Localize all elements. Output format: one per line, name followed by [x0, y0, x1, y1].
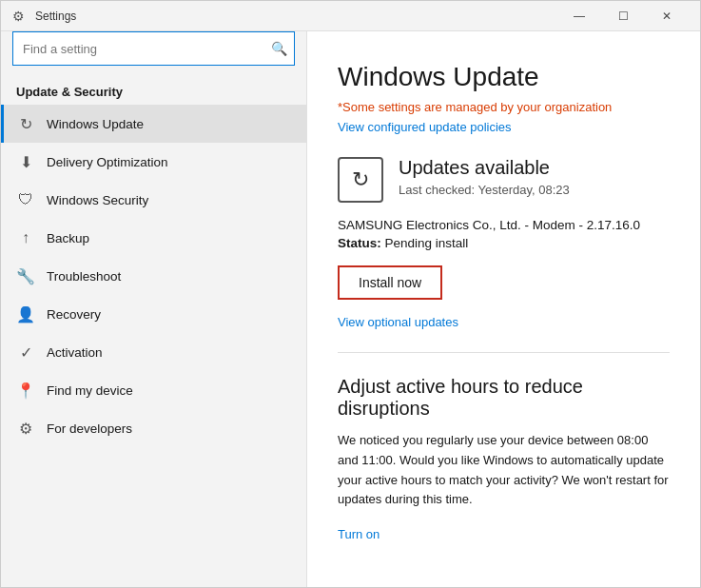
settings-window: ⚙ Settings — ☐ ✕ 🔍 Update & Security ↻ W… [0, 0, 701, 588]
sidebar-section-title: Update & Security [1, 77, 306, 105]
sidebar-item-label: Troubleshoot [47, 269, 121, 284]
minimize-button[interactable]: — [557, 1, 601, 31]
window-controls: — ☐ ✕ [557, 1, 689, 31]
sidebar-item-backup[interactable]: ↑ Backup [1, 219, 306, 257]
windows-security-icon: 🛡 [16, 190, 35, 209]
status-label: Status: [338, 236, 381, 250]
sidebar-item-label: Delivery Optimization [47, 155, 168, 169]
update-status: Status: Pending install [338, 236, 670, 250]
sidebar-item-activation[interactable]: ✓ Activation [1, 333, 306, 371]
sidebar-item-label: Activation [47, 345, 103, 360]
update-info: Updates available Last checked: Yesterda… [399, 157, 570, 197]
updates-available-title: Updates available [399, 157, 570, 179]
adjust-hours-title: Adjust active hours to reduce disruption… [338, 376, 670, 420]
status-value: Pending install [385, 236, 469, 250]
search-box[interactable]: 🔍 [12, 31, 295, 66]
troubleshoot-icon: 🔧 [16, 266, 35, 285]
sidebar-item-windows-update[interactable]: ↻ Windows Update [1, 105, 306, 143]
sidebar-item-windows-security[interactable]: 🛡 Windows Security [1, 181, 306, 219]
section-divider [338, 352, 670, 353]
sidebar-item-label: Recovery [47, 307, 101, 322]
sidebar-item-label: Windows Security [47, 193, 148, 207]
install-now-button[interactable]: Install now [338, 265, 442, 300]
last-checked-text: Last checked: Yesterday, 08:23 [399, 183, 570, 197]
sidebar-item-recovery[interactable]: 👤 Recovery [1, 295, 306, 333]
recovery-icon: 👤 [16, 304, 35, 323]
sidebar-item-delivery-optimization[interactable]: ⬇ Delivery Optimization [1, 143, 306, 181]
update-detail: SAMSUNG Electronics Co., Ltd. - Modem - … [338, 218, 670, 250]
sidebar-item-label: Find my device [47, 383, 133, 398]
view-policies-link[interactable]: View configured update policies [338, 120, 512, 134]
turn-on-link[interactable]: Turn on [338, 527, 380, 541]
org-notice: *Some settings are managed by your organ… [338, 100, 670, 114]
sidebar-item-label: For developers [47, 421, 132, 436]
title-bar: ⚙ Settings — ☐ ✕ [1, 1, 700, 31]
activation-icon: ✓ [16, 343, 35, 362]
maximize-button[interactable]: ☐ [601, 1, 645, 31]
sidebar-item-for-developers[interactable]: ⚙ For developers [1, 409, 306, 447]
updates-card: ↻ Updates available Last checked: Yester… [338, 157, 670, 203]
sidebar-item-label: Backup [47, 231, 89, 245]
main-content: Windows Update *Some settings are manage… [307, 31, 700, 587]
adjust-hours-description: We noticed you regularly use your device… [338, 431, 670, 510]
view-optional-updates-link[interactable]: View optional updates [338, 315, 670, 329]
backup-icon: ↑ [16, 228, 35, 247]
window-title: Settings [35, 10, 557, 23]
page-title: Windows Update [338, 62, 670, 92]
sidebar: 🔍 Update & Security ↻ Windows Update ⬇ D… [1, 31, 307, 587]
settings-icon: ⚙ [12, 9, 28, 24]
sidebar-item-troubleshoot[interactable]: 🔧 Troubleshoot [1, 257, 306, 295]
windows-update-icon: ↻ [16, 114, 35, 133]
window-content: 🔍 Update & Security ↻ Windows Update ⬇ D… [1, 31, 700, 587]
sidebar-item-label: Windows Update [47, 117, 144, 131]
sidebar-item-find-my-device[interactable]: 📍 Find my device [1, 371, 306, 409]
update-name: SAMSUNG Electronics Co., Ltd. - Modem - … [338, 218, 670, 232]
delivery-optimization-icon: ⬇ [16, 152, 35, 171]
close-button[interactable]: ✕ [645, 1, 689, 31]
search-input[interactable] [12, 31, 295, 66]
update-refresh-icon: ↻ [338, 157, 383, 203]
for-developers-icon: ⚙ [16, 419, 35, 438]
find-my-device-icon: 📍 [16, 381, 35, 400]
